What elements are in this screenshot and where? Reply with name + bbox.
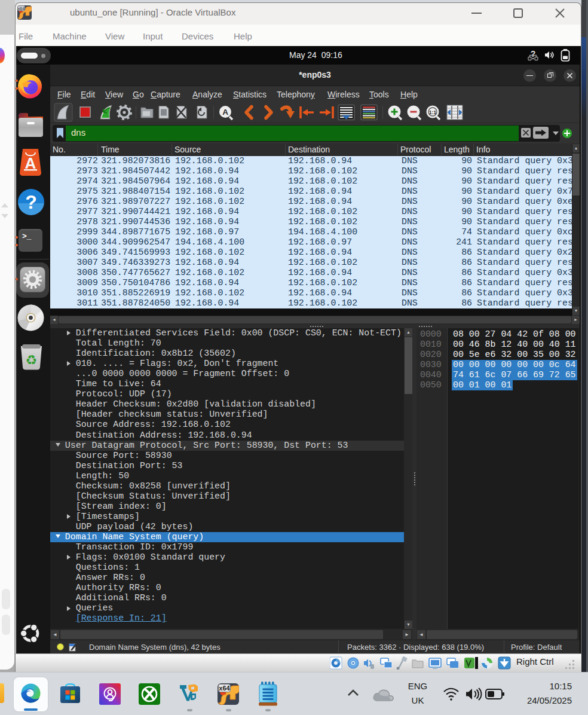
svg-text:?: ?: [531, 50, 536, 59]
svg-text:♻: ♻: [26, 353, 38, 368]
svg-text:x64: x64: [18, 7, 24, 11]
svg-text:x64: x64: [219, 685, 230, 692]
svg-text:1:1: 1:1: [429, 109, 437, 115]
svg-text:A: A: [222, 108, 228, 117]
